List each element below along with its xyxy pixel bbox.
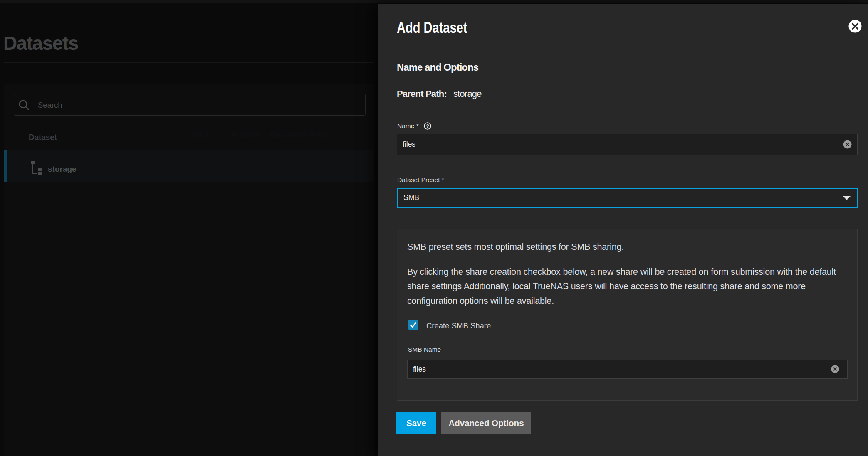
svg-text:?: ? [426,123,429,128]
